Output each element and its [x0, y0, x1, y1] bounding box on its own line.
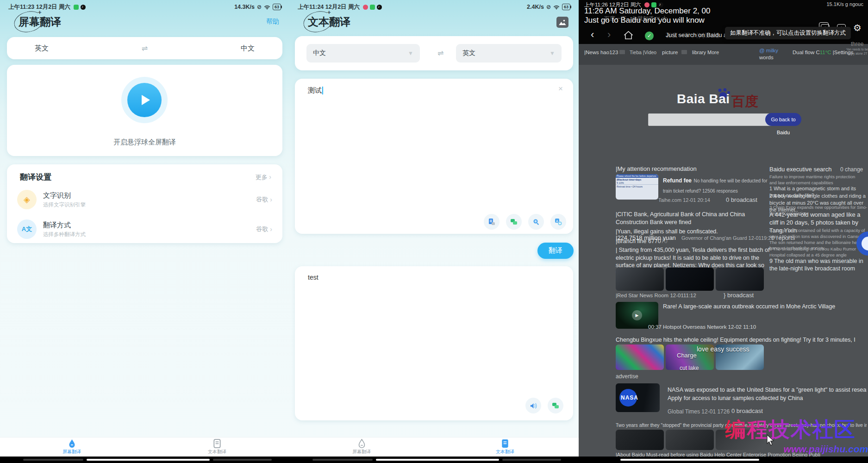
- chat-copy-icon[interactable]: [548, 398, 563, 413]
- more-link[interactable]: 更多 ›: [256, 173, 271, 181]
- swap-languages-icon[interactable]: ⇌: [437, 49, 443, 57]
- translate-ab-icon[interactable]: A: [550, 214, 566, 230]
- bookmark-tieba-video[interactable]: Tieba |Video: [630, 50, 656, 55]
- status-bar: 上午11:24 12月2日 周六 2.4K/s ⊘ 63: [289, 2, 579, 12]
- tab-screen-translate-active[interactable]: 屏幕翻译: [51, 439, 93, 455]
- target-language[interactable]: 中文: [241, 44, 255, 53]
- game-overlay-text: love easy success: [697, 345, 749, 353]
- svg-text:A: A: [556, 219, 558, 223]
- nav-pill[interactable]: [23, 459, 83, 461]
- start-translation-label: 开启悬浮球全屏翻译: [7, 138, 282, 147]
- ocr-icon: ◈: [17, 190, 37, 209]
- community-watermark: 编程技术社区 www.paijishu.com: [713, 416, 868, 455]
- tab-text-translate-active[interactable]: 文本翻译: [484, 439, 526, 455]
- refund-article-source: Taihe.com 12-01 20:14: [658, 197, 710, 203]
- aurora-meta: 00:37 Hotspot Overseas Network 12-02 11:…: [648, 324, 756, 330]
- translate-button[interactable]: 翻译: [537, 243, 574, 259]
- search-icon[interactable]: [528, 214, 544, 230]
- nav-pill[interactable]: [213, 459, 272, 461]
- input-card: 测试 × A: [295, 79, 573, 234]
- text-cursor: [322, 87, 323, 94]
- target-language-dropdown[interactable]: 英文▼: [456, 44, 562, 63]
- milky-words-line2: words: [759, 55, 774, 60]
- app-notification-icon: [370, 5, 375, 10]
- translated-title-line1: 11:26 AM Saturday, December 2, 00: [584, 6, 710, 16]
- sparkle-icon: +: [38, 9, 42, 16]
- float-ball-icon: [358, 439, 366, 448]
- hot-search-change[interactable]: 0 change: [840, 166, 863, 173]
- source-language-dropdown[interactable]: 中文▼: [306, 44, 420, 63]
- milky-words-line1[interactable]: @ milky: [759, 48, 778, 53]
- net-speed: 14.3K/s: [234, 4, 255, 10]
- gallery-icon[interactable]: [556, 17, 568, 28]
- refund-article-thumbnail[interactable]: Please refund the fee before departure |…: [616, 174, 658, 200]
- output-card: test: [295, 266, 573, 420]
- nasa-headline-line2[interactable]: Apply for access to lunar samples collec…: [668, 394, 867, 402]
- ocr-engine-row[interactable]: ◈ 文字识别 选择文字识别引擎 谷歌›: [17, 187, 272, 213]
- hot-item-6[interactable]: 8 The small building of Fuzhou Kaibu Rum…: [769, 246, 868, 258]
- input-textarea[interactable]: 测试: [308, 86, 323, 95]
- ghost-box: [681, 50, 687, 54]
- tesla-article-thumbnails[interactable]: [616, 268, 764, 291]
- chevron-down-icon: ▼: [408, 50, 413, 56]
- nav-pill-home[interactable]: [87, 459, 210, 461]
- help-link[interactable]: 帮助: [266, 18, 279, 26]
- refund-article-broadcast: 0 broadcast: [726, 196, 757, 203]
- bookmark-picture[interactable]: picture: [662, 50, 678, 55]
- method-value: 谷歌: [256, 225, 268, 233]
- baidu-page: 百度 Baia Bai Go back to Baidu |My attenti…: [579, 65, 868, 457]
- hot-item-0[interactable]: Failure to improve maritime rights prote…: [769, 174, 862, 186]
- translate-method-icon: A文: [17, 219, 37, 239]
- building-thumbnail: [666, 430, 714, 450]
- chevron-right-icon: ›: [269, 173, 271, 181]
- source-language[interactable]: 英文: [35, 44, 49, 53]
- tiny-overlay-line2: angry alone 2T: [847, 52, 867, 55]
- nav-pill[interactable]: [502, 459, 561, 461]
- bookmark-library-more[interactable]: library More: [692, 50, 719, 55]
- refund-article-headline[interactable]: Refund fee No handling fee will be deduc…: [663, 175, 769, 195]
- clear-input-icon[interactable]: ×: [558, 84, 563, 94]
- nasa-headline-line1[interactable]: NASA was exposed to ask the United State…: [668, 386, 867, 394]
- forward-icon[interactable]: ›: [607, 30, 611, 40]
- translation-settings-card: 翻译设置 更多 › ◈ 文字识别 选择文字识别引擎 谷歌› A文 翻译方式 选择…: [7, 164, 282, 243]
- translate-hint-tooltip: 如果翻译不准确，可以点击设置切换翻译方式: [725, 27, 851, 39]
- ocr-subtitle: 选择文字识别引擎: [43, 201, 86, 208]
- home-icon[interactable]: [624, 31, 633, 39]
- nasa-article-thumbnail[interactable]: NASA: [616, 383, 660, 412]
- tab-text-translate[interactable]: 文本翻译: [196, 439, 238, 455]
- ghost-word-three: three: [851, 41, 863, 47]
- tab-screen-translate[interactable]: 屏幕翻译: [341, 439, 382, 455]
- search-button[interactable]: Go back to Baidu: [765, 113, 801, 126]
- float-ball-icon: [68, 439, 76, 448]
- advertise-label: advertise: [616, 373, 638, 380]
- nav-pill-home[interactable]: [376, 459, 499, 461]
- app-notification-icon: [74, 5, 79, 10]
- ocr-translate-icon[interactable]: [484, 214, 500, 230]
- tiny-overlay-line1: Yan needs to be: [846, 48, 868, 51]
- weather-settings[interactable]: Dual flow C11°C |Settings: [793, 50, 853, 55]
- battery-icon: 63: [273, 4, 281, 10]
- nav-pill-home[interactable]: [620, 459, 759, 461]
- swap-languages-icon[interactable]: ⇌: [142, 44, 148, 53]
- wifi-icon: [553, 5, 560, 10]
- aurora-headline[interactable]: Rare! A large-scale aurora outbreak occu…: [663, 303, 867, 311]
- citic-source: Governor of Chang'an Guard 12-0119:21: [681, 235, 774, 241]
- shield-icon[interactable]: ✓: [645, 31, 654, 40]
- play-icon: ▶: [632, 310, 642, 320]
- nasa-broadcast: 0 broadcast: [731, 407, 763, 414]
- bookmark-news-hao123[interactable]: |News hao123: [584, 50, 618, 55]
- hot-search-header: Baidu executive search 0 change: [769, 165, 863, 173]
- language-select-card: 中文▼ ⇌ 英文▼: [295, 36, 573, 70]
- translate-method-row[interactable]: A文 翻译方式 选择多种翻译方式 谷歌›: [17, 216, 272, 242]
- game-overlay-text: Charge: [677, 352, 697, 359]
- language-pair-card: 英文 ⇌ 中文: [7, 37, 282, 59]
- page-title: + 屏幕翻译: [19, 15, 61, 29]
- back-icon[interactable]: ‹: [591, 30, 594, 40]
- start-translation-button[interactable]: [127, 83, 162, 117]
- nav-pill[interactable]: [312, 459, 373, 461]
- speaker-icon[interactable]: [525, 398, 541, 413]
- document-icon: [501, 439, 509, 448]
- hot-item-7[interactable]: 9 The old man who was miserable in the l…: [769, 257, 868, 273]
- chat-translate-icon[interactable]: [506, 214, 522, 230]
- chengbu-headline[interactable]: Chengbu Bingxue hits the whole ceiling! …: [616, 336, 856, 344]
